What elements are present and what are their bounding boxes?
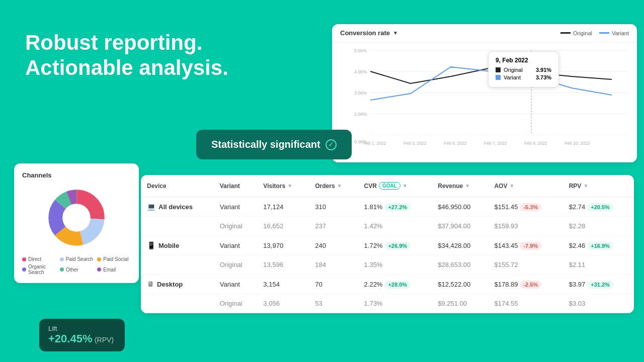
- device-name: 🖥 Desktop: [147, 280, 208, 288]
- chart-tooltip: 9, Feb 2022 Original 3.91% Variant 3.73%: [488, 51, 559, 87]
- cell-revenue: $12,522.00: [432, 275, 488, 294]
- orders-sort-icon: ▼: [337, 183, 342, 189]
- donut-svg: [44, 185, 109, 250]
- chart-svg: 5.00% 4.00% 3.00% 2.00% 0.00% Feb: [336, 45, 631, 151]
- th-aov[interactable]: AOV ▼: [488, 175, 562, 197]
- legend-email-label: Email: [103, 267, 116, 273]
- svg-text:Feb 10, 2022: Feb 10, 2022: [565, 141, 590, 146]
- cell-aov: $174.55: [488, 294, 562, 313]
- device-name: 📱 Mobile: [147, 241, 208, 249]
- legend-direct-label: Direct: [28, 256, 41, 262]
- aov-badge: -2.5%: [520, 281, 541, 289]
- cell-cvr: 1.42%: [358, 217, 432, 236]
- chart-title: Conversion rate: [340, 29, 390, 37]
- cell-rpv: $2.46+16.9%: [563, 236, 634, 255]
- legend-paid-search: Paid Search: [60, 256, 94, 262]
- table-card: Device Variant Visitors ▼ Orders ▼: [141, 175, 634, 313]
- th-cvr[interactable]: CVR GOAL ▼: [358, 175, 432, 197]
- legend-direct: Direct: [22, 256, 56, 262]
- legend-paid-social: Paid Social: [97, 256, 131, 262]
- rpv-badge: +16.9%: [587, 242, 613, 250]
- svg-text:Feb 7, 2022: Feb 7, 2022: [484, 141, 507, 146]
- tooltip-variant-label: Variant: [504, 74, 521, 80]
- aov-badge: -7.9%: [520, 242, 541, 250]
- cell-cvr: 1.72%+26.9%: [358, 236, 432, 255]
- lift-unit: (RPV): [95, 336, 114, 344]
- rpv-sort-icon: ▼: [583, 183, 588, 189]
- cell-orders: 240: [309, 236, 358, 255]
- cell-variant: Variant: [214, 275, 258, 294]
- th-device: Device: [141, 175, 214, 197]
- tooltip-original-dot: [496, 67, 501, 72]
- aov-badge: -5.3%: [520, 203, 541, 211]
- channels-legend: Direct Paid Search Paid Social Organic S…: [22, 256, 131, 275]
- table-header-row: Device Variant Visitors ▼ Orders ▼: [141, 175, 634, 197]
- stat-sig-badge: Statistically significant ✓: [196, 130, 352, 159]
- svg-text:Feb 1, 2022: Feb 1, 2022: [363, 141, 386, 146]
- device-icon: 💻: [147, 203, 155, 211]
- cell-revenue: $28,653.00: [432, 255, 488, 275]
- legend-other-label: Other: [66, 267, 78, 273]
- cell-aov: $155.72: [488, 255, 562, 275]
- tooltip-original-value: 3.91%: [526, 67, 551, 73]
- other-dot: [60, 267, 64, 272]
- stat-sig-label: Statistically significant: [211, 139, 320, 150]
- rpv-badge: +20.5%: [587, 203, 613, 211]
- svg-text:Feb 3, 2022: Feb 3, 2022: [404, 141, 427, 146]
- chevron-down-icon: ▼: [393, 30, 398, 36]
- paid-social-dot: [97, 257, 101, 261]
- th-visitors[interactable]: Visitors ▼: [257, 175, 309, 197]
- cell-revenue: $34,428.00: [432, 236, 488, 255]
- device-icon: 🖥: [147, 280, 154, 288]
- cell-visitors: 17,124: [257, 197, 309, 217]
- legend-other: Other: [60, 264, 94, 275]
- hero-section: Robust reporting. Actionable analysis.: [25, 30, 228, 81]
- direct-dot: [22, 257, 26, 261]
- cell-variant: Original: [214, 255, 258, 275]
- tooltip-date: 9, Feb 2022: [496, 57, 551, 64]
- table-row: 🖥 Desktop Variant3,154702.22%+28.0%$12,5…: [141, 275, 634, 294]
- cell-aov: $159.93: [488, 217, 562, 236]
- cell-variant: Variant: [214, 197, 258, 217]
- cell-cvr: 1.35%: [358, 255, 432, 275]
- th-revenue[interactable]: Revenue ▼: [432, 175, 488, 197]
- cell-revenue: $37,904.00: [432, 217, 488, 236]
- cvr-badge: +26.9%: [384, 242, 411, 250]
- chart-legend-variant: Variant: [599, 30, 629, 36]
- chart-header: Conversion rate ▼ Original Variant: [332, 24, 637, 42]
- lift-card: Lift +20.45% (RPV): [39, 319, 125, 351]
- cell-visitors: 13,970: [257, 236, 309, 255]
- hero-title: Robust reporting. Actionable analysis.: [25, 30, 228, 81]
- cell-aov: $143.45-7.9%: [488, 236, 562, 255]
- cell-orders: 237: [309, 217, 358, 236]
- tooltip-original-label: Original: [504, 67, 523, 73]
- tooltip-variant-dot: [496, 75, 501, 80]
- email-dot: [97, 267, 101, 272]
- cell-device: 🖥 Desktop: [141, 275, 214, 294]
- legend-paid-social-label: Paid Social: [103, 256, 128, 262]
- cell-device: 📱 Mobile: [141, 236, 214, 255]
- tooltip-row-variant: Variant 3.73%: [496, 74, 551, 80]
- legend-email: Email: [97, 264, 131, 275]
- variant-label: Variant: [612, 30, 629, 36]
- cvr-badge: +28.0%: [384, 281, 411, 289]
- cell-cvr: 1.81%+27.2%: [358, 197, 432, 217]
- cell-cvr: 1.73%: [358, 294, 432, 313]
- tooltip-variant-value: 3.73%: [526, 74, 551, 80]
- chart-title-button[interactable]: Conversion rate ▼: [340, 29, 398, 37]
- original-line: [560, 32, 571, 34]
- cell-variant: Original: [214, 294, 258, 313]
- th-rpv[interactable]: RPV ▼: [563, 175, 634, 197]
- paid-search-dot: [60, 257, 64, 261]
- variant-line: [599, 32, 609, 34]
- rpv-badge: +31.2%: [587, 281, 613, 289]
- svg-text:2.00%: 2.00%: [354, 112, 367, 117]
- th-orders[interactable]: Orders ▼: [309, 175, 358, 197]
- svg-text:3.00%: 3.00%: [354, 90, 367, 96]
- chart-legend: Original Variant: [560, 30, 629, 36]
- cell-variant: Original: [214, 217, 258, 236]
- cell-revenue: $9,251.00: [432, 294, 488, 313]
- chart-card: Conversion rate ▼ Original Variant 5.00%…: [332, 24, 637, 162]
- cell-visitors: 3,154: [257, 275, 309, 294]
- device-icon: 📱: [147, 241, 155, 249]
